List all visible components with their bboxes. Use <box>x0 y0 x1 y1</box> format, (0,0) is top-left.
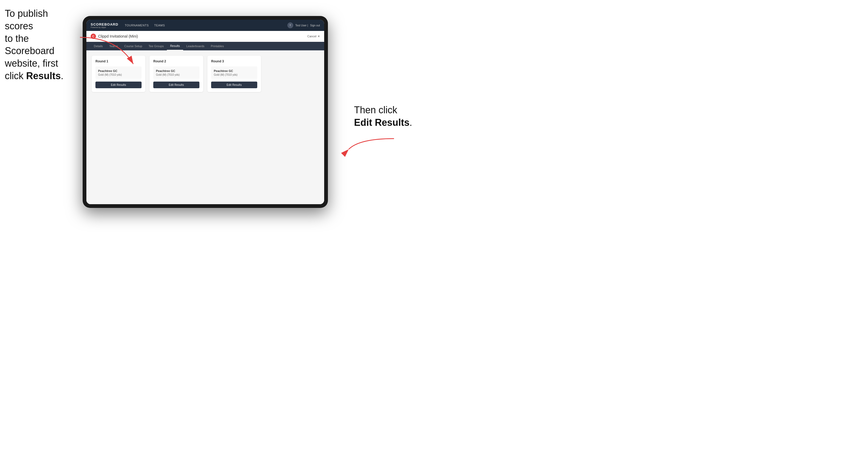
round-1-card: Round 1 Peachtree GC Gold (M) (7010 yds)… <box>92 56 145 92</box>
round-2-course-name: Peachtree GC <box>156 69 197 73</box>
round-1-course-name: Peachtree GC <box>98 69 139 73</box>
tab-results[interactable]: Results <box>167 42 183 51</box>
tablet-device: SCOREBOARD Powered by clippd TOURNAMENTS… <box>83 16 328 208</box>
tab-leaderboards[interactable]: Leaderboards <box>183 42 208 50</box>
round-2-card: Round 2 Peachtree GC Gold (M) (7010 yds)… <box>150 56 203 92</box>
app-navbar: SCOREBOARD Powered by clippd TOURNAMENTS… <box>86 20 324 31</box>
nav-links: TOURNAMENTS TEAMS <box>125 24 287 27</box>
tab-details[interactable]: Details <box>91 42 106 50</box>
round-3-course-card: Peachtree GC Gold (M) (7010 yds) <box>211 66 257 79</box>
instr-results-bold: Results <box>26 70 61 81</box>
round-3-title: Round 3 <box>211 59 257 63</box>
round-1-title: Round 1 <box>95 59 142 63</box>
tab-tee-groups[interactable]: Tee Groups <box>145 42 167 50</box>
tab-printables[interactable]: Printables <box>208 42 227 50</box>
rounds-grid: Round 1 Peachtree GC Gold (M) (7010 yds)… <box>92 56 319 92</box>
instr-line4-prefix: click <box>5 70 26 81</box>
round-3-course-info: Gold (M) (7010 yds) <box>214 73 255 76</box>
round-2-title: Round 2 <box>153 59 199 63</box>
instr-right-suffix: . <box>409 117 412 128</box>
cancel-button[interactable]: Cancel ✕ <box>307 35 320 38</box>
empty-column-4 <box>265 56 319 92</box>
brand-logo: SCOREBOARD Powered by clippd <box>91 23 118 28</box>
instr-line3: website, first <box>5 58 58 69</box>
nav-user-text: Test User | <box>296 24 308 27</box>
instruction-right: Then click Edit Results. <box>354 104 429 186</box>
instr-line1: To publish scores <box>5 8 48 31</box>
round-3-course-name: Peachtree GC <box>214 69 255 73</box>
brand-tagline: Powered by clippd <box>91 26 118 28</box>
tournament-icon: C <box>91 34 96 39</box>
nav-right: T Test User | Sign out <box>287 22 320 28</box>
instr-edit-results-bold: Edit Results <box>354 117 409 128</box>
tournament-header: C Clippd Invitational (Mini) Cancel ✕ <box>86 31 324 42</box>
tournament-title-row: C Clippd Invitational (Mini) <box>91 34 138 39</box>
instr-right-line1: Then click <box>354 104 397 116</box>
user-avatar: T <box>287 22 293 28</box>
round-3-edit-results-button[interactable]: Edit Results <box>211 82 257 88</box>
tab-navigation: Details Teams Course Setup Tee Groups Re… <box>86 42 324 51</box>
nav-tournaments[interactable]: TOURNAMENTS <box>125 24 149 27</box>
nav-teams[interactable]: TEAMS <box>154 24 165 27</box>
instr-line2: to the Scoreboard <box>5 33 54 57</box>
tab-course-setup[interactable]: Course Setup <box>121 42 145 50</box>
tablet-screen: SCOREBOARD Powered by clippd TOURNAMENTS… <box>86 20 324 204</box>
instruction-left: To publish scores to the Scoreboard webs… <box>5 7 74 82</box>
tournament-name: Clippd Invitational (Mini) <box>98 34 138 38</box>
round-1-edit-results-button[interactable]: Edit Results <box>95 82 142 88</box>
round-2-course-info: Gold (M) (7010 yds) <box>156 73 197 76</box>
instr-line4-suffix: . <box>61 70 63 81</box>
round-2-course-card: Peachtree GC Gold (M) (7010 yds) <box>153 66 199 79</box>
round-3-card: Round 3 Peachtree GC Gold (M) (7010 yds)… <box>208 56 261 92</box>
brand-name: SCOREBOARD <box>91 23 118 26</box>
round-1-course-card: Peachtree GC Gold (M) (7010 yds) <box>95 66 142 79</box>
tab-teams[interactable]: Teams <box>106 42 121 50</box>
round-1-course-info: Gold (M) (7010 yds) <box>98 73 139 76</box>
signout-link[interactable]: Sign out <box>310 24 320 27</box>
round-2-edit-results-button[interactable]: Edit Results <box>153 82 199 88</box>
main-content: Round 1 Peachtree GC Gold (M) (7010 yds)… <box>86 51 324 204</box>
